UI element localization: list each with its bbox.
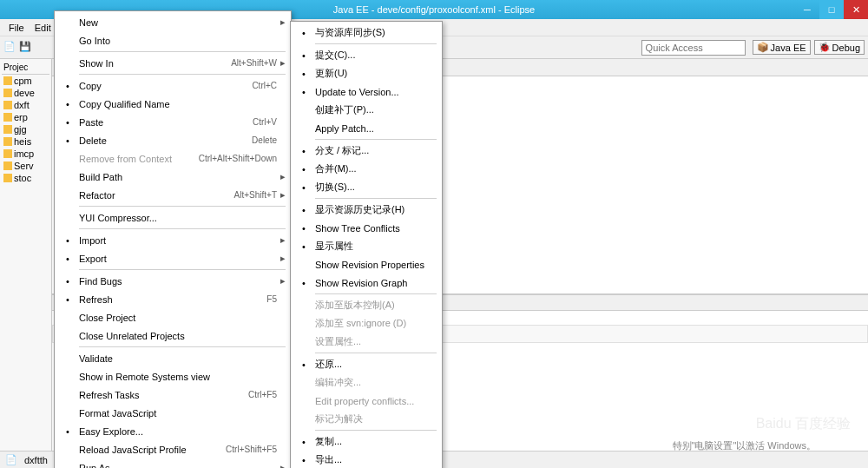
menu-item: 添加至版本控制(A): [293, 296, 440, 314]
menu-item[interactable]: •Show Revision Graph: [293, 274, 440, 292]
menu-accelerator: Ctrl+V: [253, 117, 277, 127]
activate-windows-text: 特别"电脑设置"以激活 Windows。: [673, 439, 817, 452]
menu-file[interactable]: File: [3, 21, 30, 35]
menu-separator: [79, 346, 286, 347]
menu-item-label: 添加至 svn:ignore (D): [312, 317, 428, 330]
menu-item[interactable]: Run As▸: [56, 458, 289, 468]
graph-icon: •: [296, 278, 312, 288]
menu-item-label: Show Tree Conflicts: [312, 223, 428, 234]
commit-icon: •: [296, 50, 312, 61]
menu-item[interactable]: RefactorAlt+Shift+T▸: [56, 186, 289, 204]
menu-item[interactable]: •Export▸: [56, 249, 289, 267]
tree-item[interactable]: imcp: [2, 148, 49, 160]
tree-item[interactable]: erp: [2, 111, 49, 123]
menu-item[interactable]: •显示资源历史记录(H): [293, 201, 440, 219]
menu-item[interactable]: Refresh TasksCtrl+F5: [56, 386, 289, 404]
menu-item[interactable]: •Copy Qualified Name: [56, 95, 289, 113]
menu-item-label: Remove from Context: [76, 154, 199, 164]
perspective-debug[interactable]: 🐞 Debug: [814, 40, 865, 55]
submenu-arrow-icon: ▸: [277, 253, 286, 264]
menu-item[interactable]: •Show Tree Conflicts: [293, 219, 440, 237]
minimize-button[interactable]: ─: [795, 0, 819, 19]
menu-item[interactable]: •Import▸: [56, 231, 289, 249]
menu-item[interactable]: Validate: [56, 349, 289, 367]
menu-item[interactable]: New▸: [56, 13, 289, 31]
update-icon: •: [296, 69, 312, 79]
menu-item-label: 切换(S)...: [312, 181, 428, 194]
menu-item[interactable]: Reload JavaScript ProfileCtrl+Shift+F5: [56, 440, 289, 458]
menu-item[interactable]: 创建补丁(P)...: [293, 101, 440, 119]
menu-item[interactable]: •还原...: [293, 355, 440, 373]
tree-icon: •: [296, 223, 312, 234]
sync-icon: •: [296, 28, 312, 38]
menu-item[interactable]: •Easy Explore...: [56, 422, 289, 440]
menu-item[interactable]: Close Unrelated Projects: [56, 326, 289, 345]
menu-item[interactable]: •显示属性: [293, 237, 440, 255]
menu-item[interactable]: •合并(M)...: [293, 160, 440, 178]
perspective-javaee[interactable]: 📦 Java EE: [753, 40, 811, 55]
tree-item[interactable]: dxft: [2, 99, 49, 111]
menu-item[interactable]: Go Into: [56, 31, 289, 49]
switch-icon: •: [296, 182, 312, 193]
save-icon[interactable]: 💾: [19, 41, 33, 55]
menu-accelerator: Ctrl+Shift+F5: [226, 445, 277, 454]
menu-item[interactable]: •更新(U): [293, 64, 440, 82]
explore-icon: •: [60, 426, 76, 437]
menu-item[interactable]: •Update to Version...: [293, 82, 440, 101]
status-file: dxftth: [24, 455, 48, 465]
maximize-button[interactable]: □: [819, 0, 844, 19]
update-icon: •: [296, 87, 312, 97]
menu-edit[interactable]: Edit: [30, 21, 56, 35]
context-menu-main[interactable]: New▸Go IntoShow InAlt+Shift+W▸•CopyCtrl+…: [54, 10, 292, 468]
menu-item-label: Refresh Tasks: [76, 390, 248, 400]
menu-item-label: 显示资源历史记录(H): [312, 203, 428, 216]
tree-item[interactable]: stoc: [2, 172, 49, 184]
menu-item[interactable]: Show InAlt+Shift+W▸: [56, 54, 289, 72]
menu-item[interactable]: •复制...: [293, 432, 440, 451]
folder-icon: [3, 125, 12, 134]
menu-item[interactable]: Show in Remote Systems view: [56, 367, 289, 386]
menu-item-label: 编辑冲突...: [312, 376, 428, 389]
new-icon[interactable]: 📄: [3, 41, 17, 55]
menu-item-label: Close Unrelated Projects: [76, 331, 277, 341]
menu-item[interactable]: Apply Patch...: [293, 119, 440, 137]
menu-item[interactable]: •切换(S)...: [293, 178, 440, 196]
menu-item-label: Export: [76, 254, 277, 264]
menu-item-label: 导出...: [312, 453, 428, 466]
menu-item[interactable]: Build Path▸: [56, 168, 289, 186]
project-explorer-tab[interactable]: Projec: [2, 61, 49, 75]
menu-item[interactable]: YUI Compressor...: [56, 208, 289, 227]
menu-item[interactable]: •RefreshF5: [56, 290, 289, 308]
menu-item[interactable]: •提交(C)...: [293, 46, 440, 64]
menu-item-label: 设置属性...: [312, 335, 428, 348]
tree-item[interactable]: gjg: [2, 123, 49, 135]
menu-item-label: 更新(U): [312, 67, 428, 80]
menu-item-label: Reload JavaScript Profile: [76, 445, 226, 455]
menu-item[interactable]: •CopyCtrl+C: [56, 76, 289, 95]
menu-accelerator: Ctrl+Alt+Shift+Down: [199, 154, 277, 163]
copy-icon: •: [60, 81, 76, 91]
menu-item[interactable]: •PasteCtrl+V: [56, 113, 289, 131]
menu-item-label: Refresh: [76, 294, 266, 305]
tree-item[interactable]: Serv: [2, 160, 49, 172]
copy-icon: •: [60, 99, 76, 109]
menu-item[interactable]: Format JavaScript: [56, 404, 289, 422]
quick-access-input[interactable]: [641, 40, 746, 56]
close-button[interactable]: ✕: [844, 0, 868, 19]
menu-item[interactable]: Close Project: [56, 308, 289, 326]
menu-item[interactable]: •导出...: [293, 451, 440, 468]
folder-icon: [3, 149, 12, 158]
menu-item[interactable]: •Find Bugs▸: [56, 272, 289, 290]
bug-icon: •: [60, 276, 76, 287]
context-menu-team[interactable]: •与资源库同步(S)•提交(C)...•更新(U)•Update to Vers…: [290, 21, 443, 468]
menu-item[interactable]: •分支 / 标记...: [293, 142, 440, 160]
menu-item-label: Paste: [76, 117, 253, 128]
tree-item[interactable]: cpm: [2, 75, 49, 87]
tree-item[interactable]: heis: [2, 135, 49, 148]
menu-item[interactable]: Show Revision Properties: [293, 255, 440, 274]
menu-item: 设置属性...: [293, 333, 440, 351]
project-explorer: Projec cpmdevedxfterpgjgheisimcpServstoc: [0, 59, 52, 468]
tree-item[interactable]: deve: [2, 87, 49, 99]
menu-item[interactable]: •与资源库同步(S): [293, 23, 440, 42]
menu-item[interactable]: •DeleteDelete: [56, 131, 289, 149]
